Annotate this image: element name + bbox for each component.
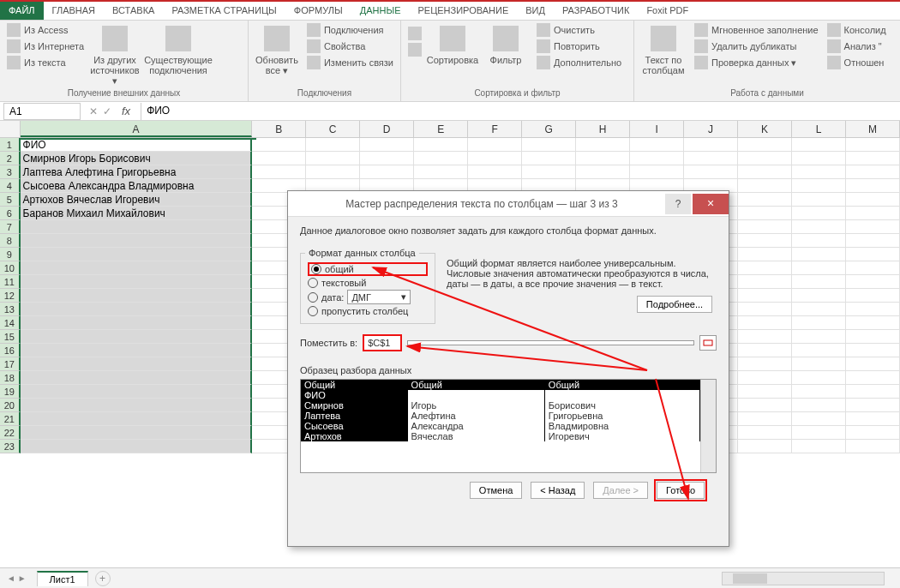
cell[interactable] [360, 138, 414, 152]
row-header[interactable]: 20 [0, 399, 21, 412]
cell[interactable] [846, 165, 900, 179]
preview-scrollbar[interactable] [700, 380, 716, 472]
cell[interactable] [792, 248, 846, 261]
col-header-a[interactable]: A [21, 121, 253, 137]
sheet-nav[interactable]: ◄ ► [0, 573, 33, 583]
row-header[interactable]: 10 [0, 261, 21, 275]
row-header[interactable]: 8 [0, 234, 21, 248]
cell[interactable] [306, 165, 360, 179]
from-text[interactable]: Из текста [5, 55, 86, 70]
row-header[interactable]: 5 [0, 193, 21, 207]
filter[interactable]: Фильтр [482, 22, 530, 65]
cell[interactable]: ФИО [21, 138, 252, 152]
cell[interactable] [792, 152, 846, 165]
flash-fill[interactable]: Мгновенное заполнение [693, 22, 820, 38]
cell[interactable] [846, 207, 900, 220]
data-validation[interactable]: Проверка данных ▾ [693, 55, 820, 70]
cell[interactable] [252, 138, 306, 152]
remove-dup[interactable]: Удалить дубликаты [693, 39, 820, 54]
cell[interactable] [21, 426, 252, 440]
cell[interactable] [792, 165, 846, 179]
cell[interactable] [522, 138, 576, 152]
cancel-button[interactable]: Отмена [470, 482, 522, 499]
refresh-all[interactable]: Обновить все ▾ [254, 22, 300, 76]
formula-input[interactable]: ФИО [141, 103, 900, 120]
cell[interactable] [738, 316, 792, 330]
cell[interactable] [792, 426, 846, 440]
row-header[interactable]: 6 [0, 207, 21, 220]
cell[interactable] [306, 138, 360, 152]
cell[interactable] [576, 165, 630, 179]
cell[interactable] [414, 165, 468, 179]
cell[interactable] [738, 440, 792, 453]
cell[interactable] [738, 303, 792, 316]
cell[interactable] [21, 234, 252, 248]
cell[interactable] [468, 165, 522, 179]
cell[interactable] [738, 399, 792, 412]
row-header[interactable]: 12 [0, 289, 21, 303]
cell[interactable] [738, 371, 792, 385]
cell[interactable]: Смирнов Игорь Борисович [21, 152, 252, 165]
tab-review[interactable]: РЕЦЕНЗИРОВАНИЕ [409, 2, 517, 20]
cell[interactable] [522, 165, 576, 179]
help-button[interactable]: ? [665, 194, 691, 214]
cell[interactable] [792, 357, 846, 371]
cell[interactable] [21, 303, 252, 316]
cell[interactable] [792, 399, 846, 412]
tab-data[interactable]: ДАННЫЕ [351, 2, 410, 20]
dialog-titlebar[interactable]: Мастер распределения текста по столбцам … [288, 191, 729, 217]
tab-dev[interactable]: РАЗРАБОТЧИК [554, 2, 638, 20]
col-header[interactable]: H [576, 121, 630, 137]
cell[interactable] [792, 261, 846, 275]
cell[interactable] [630, 165, 684, 179]
cell[interactable] [846, 385, 900, 399]
cell[interactable] [792, 220, 846, 234]
cell[interactable] [738, 385, 792, 399]
tab-insert[interactable]: ВСТАВКА [104, 2, 163, 20]
cell[interactable] [738, 207, 792, 220]
tab-file[interactable]: ФАЙЛ [0, 2, 44, 20]
select-all-corner[interactable] [0, 121, 21, 137]
cell[interactable] [792, 344, 846, 357]
cell[interactable] [21, 412, 252, 426]
cell[interactable] [414, 152, 468, 165]
more-button[interactable]: Подробнее... [637, 296, 712, 313]
cell[interactable] [576, 138, 630, 152]
cell[interactable] [738, 152, 792, 165]
col-header[interactable]: G [522, 121, 576, 137]
col-header[interactable]: D [360, 121, 414, 137]
col-header[interactable]: F [468, 121, 522, 137]
row-header[interactable]: 21 [0, 412, 21, 426]
cell[interactable] [21, 275, 252, 289]
cell[interactable] [738, 357, 792, 371]
row-header[interactable]: 14 [0, 316, 21, 330]
cell[interactable] [738, 275, 792, 289]
horizontal-scrollbar[interactable] [722, 572, 885, 585]
from-other[interactable]: Из других источников ▾ [91, 22, 139, 87]
text-to-columns[interactable]: Текст по столбцам [639, 22, 687, 75]
cell[interactable] [738, 289, 792, 303]
cell[interactable]: Баранов Михаил Михайлович [21, 207, 252, 220]
cell[interactable] [738, 138, 792, 152]
cell[interactable] [792, 179, 846, 193]
cell[interactable]: Артюхов Вячеслав Игоревич [21, 193, 252, 207]
col-header[interactable]: E [414, 121, 468, 137]
tab-view[interactable]: ВИД [517, 2, 554, 20]
add-sheet-button[interactable]: + [95, 571, 111, 586]
cell[interactable] [792, 303, 846, 316]
cell[interactable] [846, 303, 900, 316]
cell[interactable] [684, 138, 738, 152]
cell[interactable] [630, 138, 684, 152]
name-box[interactable] [3, 103, 81, 120]
col-header[interactable]: L [792, 121, 846, 137]
sheet-tab[interactable]: Лист1 [37, 571, 88, 586]
sort-za[interactable] [406, 42, 423, 57]
row-header[interactable]: 7 [0, 220, 21, 234]
cell[interactable] [21, 371, 252, 385]
destination-input-rest[interactable] [407, 340, 694, 345]
radio-skip[interactable]: пропустить столбец [308, 306, 428, 316]
cell[interactable] [846, 316, 900, 330]
radio-date[interactable]: дата: ДМГ▾ [308, 290, 428, 304]
cell[interactable] [846, 289, 900, 303]
tab-home[interactable]: ГЛАВНАЯ [44, 2, 104, 20]
